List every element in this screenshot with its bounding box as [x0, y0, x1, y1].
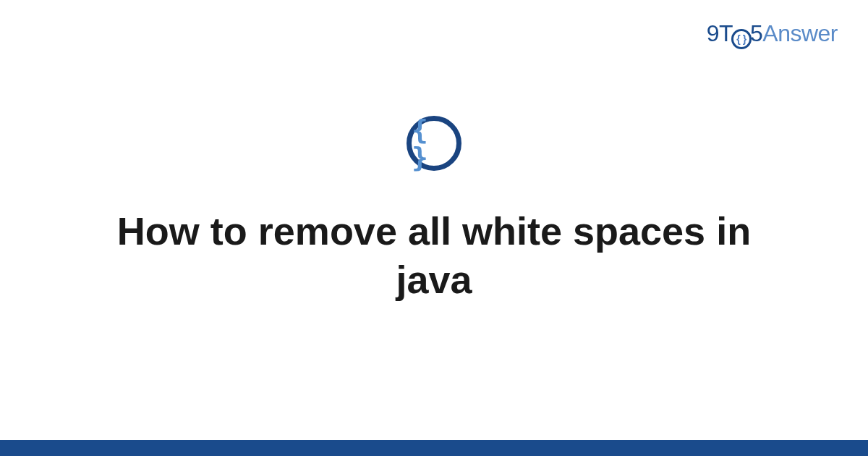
- code-braces-icon: { }: [407, 116, 461, 171]
- content-area: { } How to remove all white spaces in ja…: [0, 0, 868, 456]
- page-title: How to remove all white spaces in java: [54, 207, 814, 305]
- bottom-accent-bar: [0, 440, 868, 456]
- braces-glyph: { }: [412, 116, 456, 171]
